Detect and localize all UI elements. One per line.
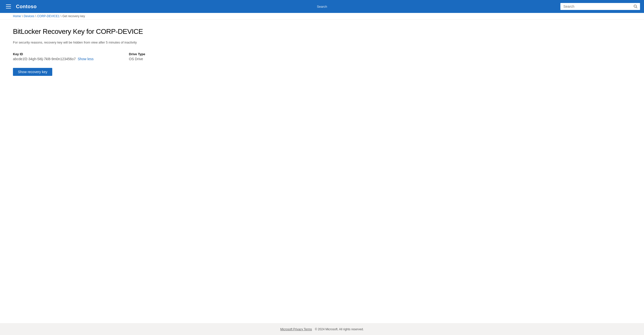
navbar: Contoso Search: [0, 0, 644, 13]
svg-line-1: [636, 7, 637, 8]
main-content: BitLocker Recovery Key for CORP-DEVICE F…: [0, 20, 644, 323]
hamburger-line-1: [6, 4, 11, 5]
search-container: [560, 3, 640, 10]
breadcrumb-sep-3: \: [60, 14, 61, 18]
breadcrumb-current: Get recovery key: [62, 14, 85, 18]
breadcrumb-sep-1: \: [22, 14, 23, 18]
breadcrumb: Home \ Devices \ CORP-DEVICE1 \ Get reco…: [0, 13, 644, 20]
drive-type-section: Drive Type OS Drive: [129, 52, 237, 61]
page-title: BitLocker Recovery Key for CORP-DEVICE: [13, 28, 631, 35]
brand-logo[interactable]: Contoso: [16, 4, 36, 9]
hamburger-line-3: [6, 8, 11, 8]
show-less-link[interactable]: Show less: [78, 57, 94, 61]
footer: Microsoft Privacy Terms © 2024 Microsoft…: [0, 323, 644, 335]
hamburger-menu[interactable]: [4, 2, 13, 10]
breadcrumb-device-name[interactable]: CORP-DEVICE1: [37, 14, 60, 18]
search-input[interactable]: [560, 3, 631, 10]
hamburger-line-2: [6, 6, 11, 7]
privacy-terms-link[interactable]: Microsoft Privacy Terms: [280, 328, 312, 331]
info-grid: Key ID abcde1f2-34gh-5i6j-7kl8-9m0n12345…: [13, 52, 237, 61]
search-icon: [634, 4, 638, 8]
breadcrumb-devices[interactable]: Devices: [24, 14, 34, 18]
drive-type-label: Drive Type: [129, 52, 237, 56]
search-center-label[interactable]: Search: [317, 5, 327, 8]
drive-type-value-text: OS Drive: [129, 57, 143, 61]
key-id-value-text: abcde1f2-34gh-5i6j-7kl8-9m0n123456o7: [13, 57, 76, 61]
breadcrumb-sep-2: \: [35, 14, 36, 18]
security-notice: For security reasons, recovery key will …: [13, 40, 631, 44]
search-button[interactable]: [631, 3, 640, 10]
key-id-section: Key ID abcde1f2-34gh-5i6j-7kl8-9m0n12345…: [13, 52, 121, 61]
drive-type-value-row: OS Drive: [129, 57, 237, 61]
breadcrumb-home[interactable]: Home: [13, 14, 21, 18]
key-id-value-row: abcde1f2-34gh-5i6j-7kl8-9m0n123456o7 Sho…: [13, 57, 121, 61]
key-id-label: Key ID: [13, 52, 121, 56]
footer-copyright: © 2024 Microsoft. All rights reserved.: [315, 328, 364, 331]
show-recovery-key-button[interactable]: Show recovery key: [13, 68, 52, 76]
search-box: [560, 3, 640, 10]
